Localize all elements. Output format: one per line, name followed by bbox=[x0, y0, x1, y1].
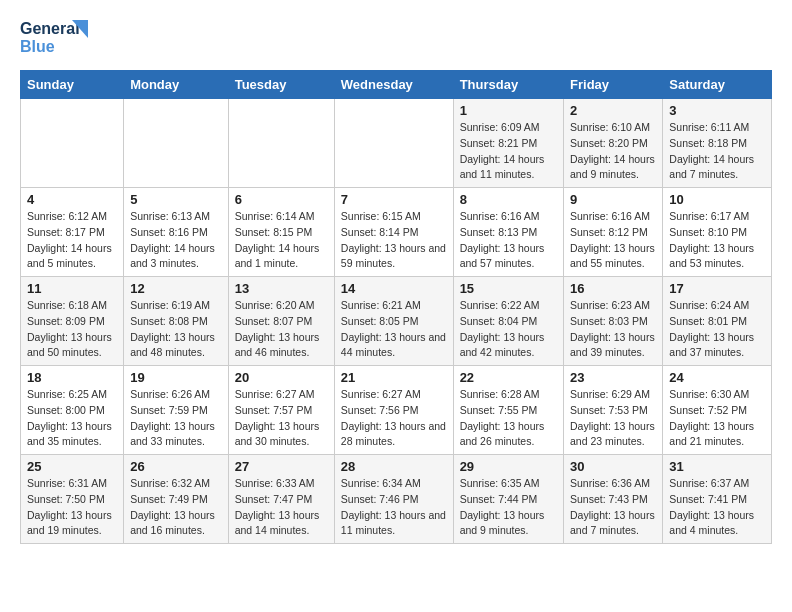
day-number: 25 bbox=[27, 459, 117, 474]
calendar-cell: 25Sunrise: 6:31 AMSunset: 7:50 PMDayligh… bbox=[21, 455, 124, 544]
day-info: Sunrise: 6:09 AMSunset: 8:21 PMDaylight:… bbox=[460, 120, 557, 183]
calendar-cell bbox=[21, 99, 124, 188]
day-number: 11 bbox=[27, 281, 117, 296]
week-row-3: 11Sunrise: 6:18 AMSunset: 8:09 PMDayligh… bbox=[21, 277, 772, 366]
calendar-cell: 16Sunrise: 6:23 AMSunset: 8:03 PMDayligh… bbox=[564, 277, 663, 366]
day-number: 28 bbox=[341, 459, 447, 474]
day-number: 1 bbox=[460, 103, 557, 118]
day-info: Sunrise: 6:15 AMSunset: 8:14 PMDaylight:… bbox=[341, 209, 447, 272]
day-number: 15 bbox=[460, 281, 557, 296]
calendar-cell bbox=[334, 99, 453, 188]
day-number: 18 bbox=[27, 370, 117, 385]
day-number: 9 bbox=[570, 192, 656, 207]
header-row: SundayMondayTuesdayWednesdayThursdayFrid… bbox=[21, 71, 772, 99]
day-info: Sunrise: 6:18 AMSunset: 8:09 PMDaylight:… bbox=[27, 298, 117, 361]
calendar-cell: 6Sunrise: 6:14 AMSunset: 8:15 PMDaylight… bbox=[228, 188, 334, 277]
day-info: Sunrise: 6:26 AMSunset: 7:59 PMDaylight:… bbox=[130, 387, 222, 450]
day-info: Sunrise: 6:33 AMSunset: 7:47 PMDaylight:… bbox=[235, 476, 328, 539]
header-friday: Friday bbox=[564, 71, 663, 99]
calendar-cell: 24Sunrise: 6:30 AMSunset: 7:52 PMDayligh… bbox=[663, 366, 772, 455]
day-number: 5 bbox=[130, 192, 222, 207]
day-info: Sunrise: 6:37 AMSunset: 7:41 PMDaylight:… bbox=[669, 476, 765, 539]
page-header: GeneralBlue bbox=[20, 16, 772, 58]
calendar-cell bbox=[124, 99, 229, 188]
calendar-cell: 18Sunrise: 6:25 AMSunset: 8:00 PMDayligh… bbox=[21, 366, 124, 455]
day-number: 4 bbox=[27, 192, 117, 207]
header-tuesday: Tuesday bbox=[228, 71, 334, 99]
calendar-cell: 2Sunrise: 6:10 AMSunset: 8:20 PMDaylight… bbox=[564, 99, 663, 188]
day-number: 30 bbox=[570, 459, 656, 474]
header-sunday: Sunday bbox=[21, 71, 124, 99]
day-info: Sunrise: 6:10 AMSunset: 8:20 PMDaylight:… bbox=[570, 120, 656, 183]
day-info: Sunrise: 6:29 AMSunset: 7:53 PMDaylight:… bbox=[570, 387, 656, 450]
day-info: Sunrise: 6:12 AMSunset: 8:17 PMDaylight:… bbox=[27, 209, 117, 272]
calendar-cell: 22Sunrise: 6:28 AMSunset: 7:55 PMDayligh… bbox=[453, 366, 563, 455]
day-number: 31 bbox=[669, 459, 765, 474]
day-info: Sunrise: 6:16 AMSunset: 8:12 PMDaylight:… bbox=[570, 209, 656, 272]
calendar-table: SundayMondayTuesdayWednesdayThursdayFrid… bbox=[20, 70, 772, 544]
calendar-cell: 28Sunrise: 6:34 AMSunset: 7:46 PMDayligh… bbox=[334, 455, 453, 544]
day-number: 22 bbox=[460, 370, 557, 385]
calendar-cell: 19Sunrise: 6:26 AMSunset: 7:59 PMDayligh… bbox=[124, 366, 229, 455]
day-number: 16 bbox=[570, 281, 656, 296]
header-saturday: Saturday bbox=[663, 71, 772, 99]
day-info: Sunrise: 6:24 AMSunset: 8:01 PMDaylight:… bbox=[669, 298, 765, 361]
week-row-1: 1Sunrise: 6:09 AMSunset: 8:21 PMDaylight… bbox=[21, 99, 772, 188]
calendar-cell: 14Sunrise: 6:21 AMSunset: 8:05 PMDayligh… bbox=[334, 277, 453, 366]
day-number: 23 bbox=[570, 370, 656, 385]
calendar-cell bbox=[228, 99, 334, 188]
calendar-cell: 27Sunrise: 6:33 AMSunset: 7:47 PMDayligh… bbox=[228, 455, 334, 544]
day-number: 13 bbox=[235, 281, 328, 296]
calendar-cell: 5Sunrise: 6:13 AMSunset: 8:16 PMDaylight… bbox=[124, 188, 229, 277]
day-number: 21 bbox=[341, 370, 447, 385]
calendar-cell: 30Sunrise: 6:36 AMSunset: 7:43 PMDayligh… bbox=[564, 455, 663, 544]
day-info: Sunrise: 6:17 AMSunset: 8:10 PMDaylight:… bbox=[669, 209, 765, 272]
week-row-2: 4Sunrise: 6:12 AMSunset: 8:17 PMDaylight… bbox=[21, 188, 772, 277]
calendar-cell: 12Sunrise: 6:19 AMSunset: 8:08 PMDayligh… bbox=[124, 277, 229, 366]
header-thursday: Thursday bbox=[453, 71, 563, 99]
day-info: Sunrise: 6:16 AMSunset: 8:13 PMDaylight:… bbox=[460, 209, 557, 272]
calendar-cell: 17Sunrise: 6:24 AMSunset: 8:01 PMDayligh… bbox=[663, 277, 772, 366]
calendar-cell: 23Sunrise: 6:29 AMSunset: 7:53 PMDayligh… bbox=[564, 366, 663, 455]
header-wednesday: Wednesday bbox=[334, 71, 453, 99]
day-number: 29 bbox=[460, 459, 557, 474]
day-number: 14 bbox=[341, 281, 447, 296]
day-info: Sunrise: 6:21 AMSunset: 8:05 PMDaylight:… bbox=[341, 298, 447, 361]
day-number: 20 bbox=[235, 370, 328, 385]
day-number: 8 bbox=[460, 192, 557, 207]
day-number: 24 bbox=[669, 370, 765, 385]
day-info: Sunrise: 6:36 AMSunset: 7:43 PMDaylight:… bbox=[570, 476, 656, 539]
calendar-cell: 4Sunrise: 6:12 AMSunset: 8:17 PMDaylight… bbox=[21, 188, 124, 277]
calendar-body: 1Sunrise: 6:09 AMSunset: 8:21 PMDaylight… bbox=[21, 99, 772, 544]
calendar-cell: 9Sunrise: 6:16 AMSunset: 8:12 PMDaylight… bbox=[564, 188, 663, 277]
day-number: 2 bbox=[570, 103, 656, 118]
day-info: Sunrise: 6:13 AMSunset: 8:16 PMDaylight:… bbox=[130, 209, 222, 272]
day-info: Sunrise: 6:14 AMSunset: 8:15 PMDaylight:… bbox=[235, 209, 328, 272]
day-info: Sunrise: 6:28 AMSunset: 7:55 PMDaylight:… bbox=[460, 387, 557, 450]
day-info: Sunrise: 6:25 AMSunset: 8:00 PMDaylight:… bbox=[27, 387, 117, 450]
day-number: 27 bbox=[235, 459, 328, 474]
day-info: Sunrise: 6:32 AMSunset: 7:49 PMDaylight:… bbox=[130, 476, 222, 539]
week-row-5: 25Sunrise: 6:31 AMSunset: 7:50 PMDayligh… bbox=[21, 455, 772, 544]
day-info: Sunrise: 6:22 AMSunset: 8:04 PMDaylight:… bbox=[460, 298, 557, 361]
day-number: 10 bbox=[669, 192, 765, 207]
svg-text:Blue: Blue bbox=[20, 38, 55, 55]
day-info: Sunrise: 6:27 AMSunset: 7:56 PMDaylight:… bbox=[341, 387, 447, 450]
day-number: 3 bbox=[669, 103, 765, 118]
calendar-cell: 1Sunrise: 6:09 AMSunset: 8:21 PMDaylight… bbox=[453, 99, 563, 188]
day-number: 6 bbox=[235, 192, 328, 207]
calendar-cell: 11Sunrise: 6:18 AMSunset: 8:09 PMDayligh… bbox=[21, 277, 124, 366]
calendar-cell: 3Sunrise: 6:11 AMSunset: 8:18 PMDaylight… bbox=[663, 99, 772, 188]
calendar-cell: 29Sunrise: 6:35 AMSunset: 7:44 PMDayligh… bbox=[453, 455, 563, 544]
calendar-header: SundayMondayTuesdayWednesdayThursdayFrid… bbox=[21, 71, 772, 99]
day-info: Sunrise: 6:19 AMSunset: 8:08 PMDaylight:… bbox=[130, 298, 222, 361]
day-number: 12 bbox=[130, 281, 222, 296]
calendar-cell: 13Sunrise: 6:20 AMSunset: 8:07 PMDayligh… bbox=[228, 277, 334, 366]
calendar-cell: 8Sunrise: 6:16 AMSunset: 8:13 PMDaylight… bbox=[453, 188, 563, 277]
calendar-cell: 31Sunrise: 6:37 AMSunset: 7:41 PMDayligh… bbox=[663, 455, 772, 544]
day-info: Sunrise: 6:23 AMSunset: 8:03 PMDaylight:… bbox=[570, 298, 656, 361]
logo-icon: GeneralBlue bbox=[20, 16, 92, 58]
week-row-4: 18Sunrise: 6:25 AMSunset: 8:00 PMDayligh… bbox=[21, 366, 772, 455]
day-info: Sunrise: 6:20 AMSunset: 8:07 PMDaylight:… bbox=[235, 298, 328, 361]
header-monday: Monday bbox=[124, 71, 229, 99]
